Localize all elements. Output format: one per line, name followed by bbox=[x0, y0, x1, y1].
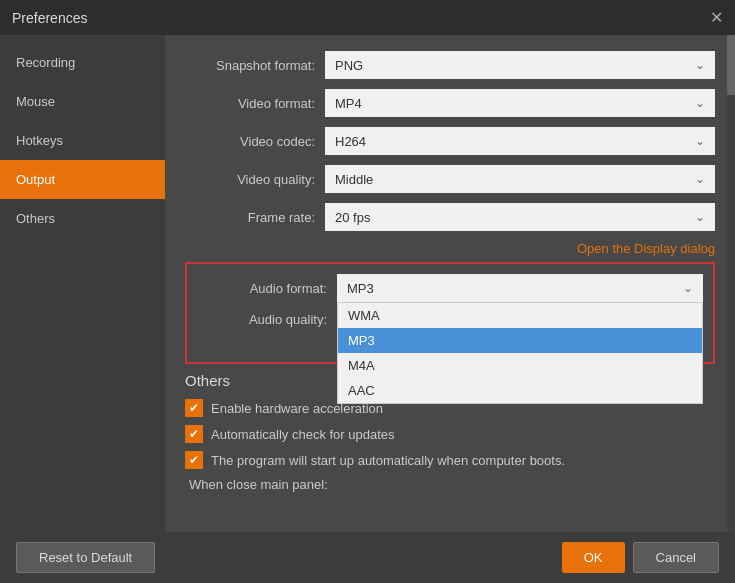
video-quality-arrow-icon: ⌄ bbox=[695, 172, 705, 186]
frame-rate-row: Frame rate: 20 fps ⌄ bbox=[185, 203, 715, 231]
checkbox-0[interactable]: ✔ bbox=[185, 399, 203, 417]
content-area: Recording Mouse Hotkeys Output Others Sn… bbox=[0, 35, 735, 532]
display-dialog-link[interactable]: Open the Display dialog bbox=[185, 241, 715, 256]
snapshot-format-dropdown[interactable]: PNG ⌄ bbox=[325, 51, 715, 79]
dialog-title: Preferences bbox=[12, 10, 87, 26]
video-format-label: Video format: bbox=[185, 96, 325, 111]
audio-format-dropdown-list: WMA MP3 M4A AAC bbox=[337, 302, 703, 404]
audio-option-wma[interactable]: WMA bbox=[338, 303, 702, 328]
frame-rate-arrow-icon: ⌄ bbox=[695, 210, 705, 224]
audio-format-arrow-icon: ⌄ bbox=[683, 281, 693, 295]
video-codec-row: Video codec: H264 ⌄ bbox=[185, 127, 715, 155]
audio-quality-label: Audio quality: bbox=[197, 312, 337, 327]
audio-format-label: Audio format: bbox=[197, 281, 337, 296]
checkbox-row-2: ✔ The program will start up automaticall… bbox=[185, 451, 715, 469]
snapshot-format-label: Snapshot format: bbox=[185, 58, 325, 73]
video-codec-arrow-icon: ⌄ bbox=[695, 134, 705, 148]
audio-format-row: Audio format: MP3 ⌄ WMA MP3 M4A AAC bbox=[197, 274, 703, 302]
preferences-dialog: Preferences ✕ Recording Mouse Hotkeys Ou… bbox=[0, 0, 735, 583]
checkbox-label-2: The program will start up automatically … bbox=[211, 453, 565, 468]
audio-section: Audio format: MP3 ⌄ WMA MP3 M4A AAC bbox=[185, 262, 715, 364]
scrollbar-thumb[interactable] bbox=[727, 35, 735, 95]
video-format-arrow-icon: ⌄ bbox=[695, 96, 705, 110]
close-button[interactable]: ✕ bbox=[710, 8, 723, 27]
ok-button[interactable]: OK bbox=[562, 542, 625, 573]
scrollbar-track[interactable] bbox=[727, 35, 735, 532]
video-codec-label: Video codec: bbox=[185, 134, 325, 149]
snapshot-format-arrow-icon: ⌄ bbox=[695, 58, 705, 72]
sidebar-item-hotkeys[interactable]: Hotkeys bbox=[0, 121, 165, 160]
sidebar: Recording Mouse Hotkeys Output Others bbox=[0, 35, 165, 532]
checkbox-label-1: Automatically check for updates bbox=[211, 427, 395, 442]
checkbox-2[interactable]: ✔ bbox=[185, 451, 203, 469]
checkmark-1-icon: ✔ bbox=[189, 427, 199, 441]
footer: Reset to Default OK Cancel bbox=[0, 532, 735, 583]
audio-option-m4a[interactable]: M4A bbox=[338, 353, 702, 378]
video-codec-dropdown[interactable]: H264 ⌄ bbox=[325, 127, 715, 155]
video-quality-dropdown[interactable]: Middle ⌄ bbox=[325, 165, 715, 193]
reset-button[interactable]: Reset to Default bbox=[16, 542, 155, 573]
audio-option-aac[interactable]: AAC bbox=[338, 378, 702, 403]
video-quality-label: Video quality: bbox=[185, 172, 325, 187]
video-format-dropdown[interactable]: MP4 ⌄ bbox=[325, 89, 715, 117]
title-bar: Preferences ✕ bbox=[0, 0, 735, 35]
video-format-row: Video format: MP4 ⌄ bbox=[185, 89, 715, 117]
footer-right-buttons: OK Cancel bbox=[562, 542, 719, 573]
frame-rate-dropdown[interactable]: 20 fps ⌄ bbox=[325, 203, 715, 231]
checkmark-0-icon: ✔ bbox=[189, 401, 199, 415]
audio-format-dropdown[interactable]: MP3 ⌄ WMA MP3 M4A AAC bbox=[337, 274, 703, 302]
checkbox-1[interactable]: ✔ bbox=[185, 425, 203, 443]
cancel-button[interactable]: Cancel bbox=[633, 542, 719, 573]
main-panel: Snapshot format: PNG ⌄ Video format: MP4… bbox=[165, 35, 735, 532]
audio-option-mp3[interactable]: MP3 bbox=[338, 328, 702, 353]
sidebar-item-output[interactable]: Output bbox=[0, 160, 165, 199]
snapshot-format-row: Snapshot format: PNG ⌄ bbox=[185, 51, 715, 79]
sidebar-item-others[interactable]: Others bbox=[0, 199, 165, 238]
frame-rate-label: Frame rate: bbox=[185, 210, 325, 225]
sidebar-item-recording[interactable]: Recording bbox=[0, 43, 165, 82]
checkmark-2-icon: ✔ bbox=[189, 453, 199, 467]
checkbox-row-1: ✔ Automatically check for updates bbox=[185, 425, 715, 443]
when-close-label: When close main panel: bbox=[185, 477, 715, 492]
video-quality-row: Video quality: Middle ⌄ bbox=[185, 165, 715, 193]
sidebar-item-mouse[interactable]: Mouse bbox=[0, 82, 165, 121]
